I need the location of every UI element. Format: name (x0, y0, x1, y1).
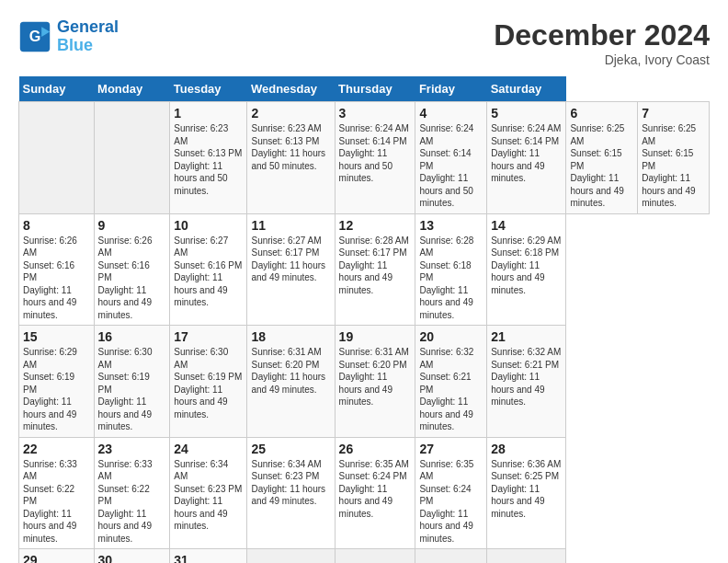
calendar-week-row: 22 Sunrise: 6:33 AM Sunset: 6:22 PM Dayl… (19, 437, 710, 549)
svg-text:G: G (29, 28, 41, 44)
calendar-cell: 12 Sunrise: 6:28 AM Sunset: 6:17 PM Dayl… (335, 213, 415, 326)
calendar-cell: 27 Sunrise: 6:35 AM Sunset: 6:24 PM Dayl… (415, 437, 487, 549)
calendar-cell: 11 Sunrise: 6:27 AM Sunset: 6:17 PM Dayl… (247, 213, 335, 326)
day-number: 9 (98, 218, 166, 233)
calendar-cell (415, 549, 487, 564)
day-number: 17 (174, 329, 243, 344)
calendar-cell: 28 Sunrise: 6:36 AM Sunset: 6:25 PM Dayl… (487, 437, 566, 549)
day-number: 15 (23, 329, 90, 344)
day-number: 18 (251, 329, 330, 344)
day-number: 8 (23, 218, 90, 233)
logo-icon: G (18, 20, 51, 53)
day-info: Sunrise: 6:24 AM Sunset: 6:14 PM Dayligh… (419, 123, 473, 208)
day-info: Sunrise: 6:31 AM Sunset: 6:20 PM Dayligh… (251, 347, 325, 395)
calendar-cell: 23 Sunrise: 6:33 AM Sunset: 6:22 PM Dayl… (94, 437, 170, 549)
calendar-cell: 24 Sunrise: 6:34 AM Sunset: 6:23 PM Dayl… (170, 437, 247, 549)
calendar-cell (94, 102, 170, 214)
day-number: 26 (339, 442, 412, 456)
day-number: 13 (419, 218, 483, 233)
day-info: Sunrise: 6:28 AM Sunset: 6:17 PM Dayligh… (339, 236, 409, 295)
calendar-cell (19, 102, 95, 214)
calendar-cell: 6 Sunrise: 6:25 AM Sunset: 6:15 PM Dayli… (566, 102, 638, 214)
calendar-cell: 31 Sunrise: 6:37 AM Sunset: 6:26 PM Dayl… (170, 549, 247, 564)
calendar-cell: 3 Sunrise: 6:24 AM Sunset: 6:14 PM Dayli… (335, 102, 415, 214)
calendar-cell: 5 Sunrise: 6:24 AM Sunset: 6:14 PM Dayli… (487, 102, 566, 214)
day-info: Sunrise: 6:23 AM Sunset: 6:13 PM Dayligh… (251, 123, 325, 171)
calendar-cell: 8 Sunrise: 6:26 AM Sunset: 6:16 PM Dayli… (19, 213, 95, 326)
calendar-week-row: 8 Sunrise: 6:26 AM Sunset: 6:16 PM Dayli… (19, 213, 710, 326)
day-number: 5 (491, 106, 562, 121)
weekday-header-saturday: Saturday (487, 76, 566, 102)
calendar-cell: 18 Sunrise: 6:31 AM Sunset: 6:20 PM Dayl… (247, 326, 335, 438)
day-info: Sunrise: 6:26 AM Sunset: 6:16 PM Dayligh… (23, 236, 77, 320)
day-info: Sunrise: 6:27 AM Sunset: 6:16 PM Dayligh… (174, 236, 242, 308)
calendar-cell: 2 Sunrise: 6:23 AM Sunset: 6:13 PM Dayli… (247, 102, 335, 214)
day-number: 19 (339, 329, 412, 344)
title-block: December 2024 Djeka, Ivory Coast (494, 18, 710, 67)
day-number: 6 (570, 106, 633, 121)
calendar-week-row: 15 Sunrise: 6:29 AM Sunset: 6:19 PM Dayl… (19, 326, 710, 438)
calendar-cell: 15 Sunrise: 6:29 AM Sunset: 6:19 PM Dayl… (19, 326, 95, 438)
day-info: Sunrise: 6:23 AM Sunset: 6:13 PM Dayligh… (174, 123, 242, 196)
calendar-week-row: 29 Sunrise: 6:36 AM Sunset: 6:25 PM Dayl… (19, 549, 710, 564)
calendar-cell: 9 Sunrise: 6:26 AM Sunset: 6:16 PM Dayli… (94, 213, 170, 326)
location: Djeka, Ivory Coast (494, 52, 710, 67)
calendar-cell: 13 Sunrise: 6:28 AM Sunset: 6:18 PM Dayl… (415, 213, 487, 326)
day-number: 25 (251, 442, 330, 456)
day-number: 12 (339, 218, 412, 233)
day-number: 22 (23, 442, 90, 456)
logo-line1: General (57, 17, 119, 36)
day-number: 28 (491, 442, 562, 456)
day-info: Sunrise: 6:34 AM Sunset: 6:23 PM Dayligh… (174, 459, 242, 532)
day-number: 29 (23, 553, 90, 563)
day-number: 11 (251, 218, 330, 233)
day-info: Sunrise: 6:33 AM Sunset: 6:22 PM Dayligh… (98, 459, 153, 544)
calendar-cell: 25 Sunrise: 6:34 AM Sunset: 6:23 PM Dayl… (247, 437, 335, 549)
day-number: 2 (251, 106, 330, 121)
day-info: Sunrise: 6:25 AM Sunset: 6:15 PM Dayligh… (642, 123, 696, 208)
day-number: 4 (419, 106, 483, 121)
calendar-cell: 26 Sunrise: 6:35 AM Sunset: 6:24 PM Dayl… (335, 437, 415, 549)
weekday-header-friday: Friday (415, 76, 487, 102)
weekday-header-row: SundayMondayTuesdayWednesdayThursdayFrid… (19, 76, 710, 102)
calendar-cell: 17 Sunrise: 6:30 AM Sunset: 6:19 PM Dayl… (170, 326, 247, 438)
calendar-cell (247, 549, 335, 564)
day-number: 3 (339, 106, 412, 121)
day-number: 31 (174, 553, 243, 563)
day-info: Sunrise: 6:35 AM Sunset: 6:24 PM Dayligh… (339, 459, 409, 519)
day-info: Sunrise: 6:24 AM Sunset: 6:14 PM Dayligh… (491, 123, 561, 183)
day-number: 24 (174, 442, 243, 456)
day-info: Sunrise: 6:24 AM Sunset: 6:14 PM Dayligh… (339, 123, 409, 183)
calendar-cell: 4 Sunrise: 6:24 AM Sunset: 6:14 PM Dayli… (415, 102, 487, 214)
day-info: Sunrise: 6:30 AM Sunset: 6:19 PM Dayligh… (98, 347, 153, 431)
calendar-cell: 10 Sunrise: 6:27 AM Sunset: 6:16 PM Dayl… (170, 213, 247, 326)
calendar-table: SundayMondayTuesdayWednesdayThursdayFrid… (18, 76, 710, 563)
calendar-cell (487, 549, 566, 564)
month-title: December 2024 (494, 18, 710, 52)
day-info: Sunrise: 6:34 AM Sunset: 6:23 PM Dayligh… (251, 459, 325, 507)
day-info: Sunrise: 6:25 AM Sunset: 6:15 PM Dayligh… (570, 123, 624, 208)
calendar-cell: 14 Sunrise: 6:29 AM Sunset: 6:18 PM Dayl… (487, 213, 566, 326)
weekday-header-tuesday: Tuesday (170, 76, 247, 102)
calendar-cell: 20 Sunrise: 6:32 AM Sunset: 6:21 PM Dayl… (415, 326, 487, 438)
day-number: 16 (98, 329, 166, 344)
day-number: 14 (491, 218, 562, 233)
logo-text: General Blue (57, 18, 119, 55)
calendar-cell: 7 Sunrise: 6:25 AM Sunset: 6:15 PM Dayli… (638, 102, 710, 214)
logo-line2: Blue (57, 36, 93, 54)
day-number: 21 (491, 329, 562, 344)
day-info: Sunrise: 6:29 AM Sunset: 6:19 PM Dayligh… (23, 347, 77, 431)
day-number: 10 (174, 218, 243, 233)
day-info: Sunrise: 6:32 AM Sunset: 6:21 PM Dayligh… (491, 347, 561, 407)
weekday-header-thursday: Thursday (335, 76, 415, 102)
calendar-cell: 21 Sunrise: 6:32 AM Sunset: 6:21 PM Dayl… (487, 326, 566, 438)
day-info: Sunrise: 6:36 AM Sunset: 6:25 PM Dayligh… (491, 459, 561, 519)
day-info: Sunrise: 6:26 AM Sunset: 6:16 PM Dayligh… (98, 236, 153, 320)
calendar-cell: 29 Sunrise: 6:36 AM Sunset: 6:25 PM Dayl… (19, 549, 95, 564)
calendar-cell: 1 Sunrise: 6:23 AM Sunset: 6:13 PM Dayli… (170, 102, 247, 214)
day-number: 20 (419, 329, 483, 344)
day-info: Sunrise: 6:28 AM Sunset: 6:18 PM Dayligh… (419, 236, 473, 320)
calendar-cell: 19 Sunrise: 6:31 AM Sunset: 6:20 PM Dayl… (335, 326, 415, 438)
day-number: 1 (174, 106, 243, 121)
day-info: Sunrise: 6:27 AM Sunset: 6:17 PM Dayligh… (251, 236, 325, 283)
